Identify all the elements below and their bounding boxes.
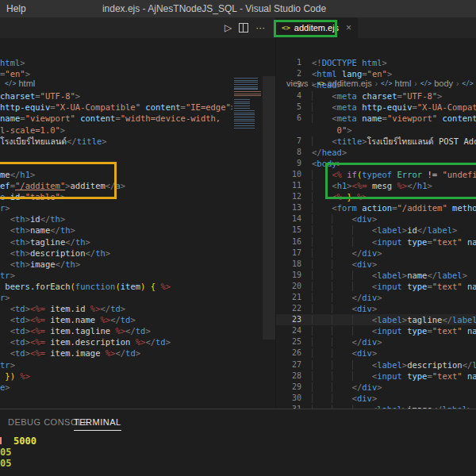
split-editor-glyph <box>243 24 244 32</box>
minimap-block <box>234 91 261 98</box>
editor-pane-left[interactable]: </> html html>="en">charset="UTF-8">http… <box>0 38 275 409</box>
scrollbar[interactable] <box>263 76 275 340</box>
code-line[interactable]: e> <box>0 382 275 393</box>
title-bar: Help index.ejs - AjNesTNodeJS_SQL - Visu… <box>0 0 476 17</box>
line-number: 16 <box>276 236 309 248</box>
line-number: 7 <box>276 136 309 147</box>
minimap-block <box>234 78 258 90</box>
line-number: 22 <box>276 303 309 314</box>
code-line[interactable]: 20 <input type="text" name <box>276 281 476 292</box>
minimap-block <box>234 99 250 109</box>
code-line[interactable]: 11 <h1><%= mesg %></h1> <box>276 180 476 191</box>
bottom-panel: DEBUG CONSOLE TERMINAL <box>0 409 476 476</box>
line-number: 19 <box>276 270 309 281</box>
code-line[interactable]: 1<!DOCTYPE html> <box>276 57 476 68</box>
code-line[interactable]: }) %> <box>0 370 275 382</box>
tab-label: additem.ejs <box>294 23 339 33</box>
code-line[interactable]: 14 <div> <box>276 213 476 225</box>
code-line[interactable]: 26 <div> <box>276 347 476 359</box>
code-line[interactable]: 30 <div> <box>276 393 476 404</box>
code-line[interactable]: 18 <div> <box>276 259 476 270</box>
line-number: 28 <box>276 370 309 382</box>
editor-actions: ▷ ··· <box>225 17 265 38</box>
code-line[interactable]: 10 <% if(typeof Error != "undefine <box>276 169 476 180</box>
code-line[interactable]: 23 <label>tagline</label> <box>276 314 476 325</box>
line-number: 12 <box>276 191 309 202</box>
line-number: 6 <box>276 113 309 124</box>
code-line[interactable]: html> <box>0 57 275 68</box>
code-line[interactable]: 24 <input type="text" name <box>276 325 476 336</box>
code-line[interactable]: 8</head> <box>276 147 476 158</box>
code-line[interactable]: 0"> <box>276 125 476 136</box>
line-number: 30 <box>276 393 309 404</box>
run-icon[interactable]: ▷ <box>225 22 232 33</box>
code-line[interactable]: 21 </div> <box>276 292 476 303</box>
line-number: 17 <box>276 248 309 259</box>
line-number <box>276 125 309 136</box>
line-number: 27 <box>276 359 309 370</box>
line-number: 9 <box>276 158 309 169</box>
line-number: 8 <box>276 147 309 158</box>
line-number: 15 <box>276 225 309 236</box>
code-line[interactable]: tr> <box>0 359 275 370</box>
code-area-right[interactable]: 1<!DOCTYPE html>2<html lang="en">3<head>… <box>276 52 476 409</box>
terminal-line: 5000 <box>13 436 36 447</box>
line-number: 29 <box>276 382 309 393</box>
line-number: 14 <box>276 213 309 225</box>
code-line[interactable]: 12 <% } %> <box>276 191 476 202</box>
code-line[interactable]: 4 <meta charset="UTF-8"> <box>276 90 476 102</box>
code-line[interactable]: 2<html lang="en"> <box>276 68 476 79</box>
line-number: 25 <box>276 336 309 347</box>
tab-terminal[interactable]: TERMINAL <box>74 417 121 431</box>
line-number: 11 <box>276 180 309 191</box>
line-number: 21 <box>276 292 309 303</box>
code-line[interactable]: 19 <label>name</label> <box>276 270 476 281</box>
code-line[interactable]: 29 </div> <box>276 382 476 393</box>
minimap-block <box>234 110 255 129</box>
menu-help[interactable]: Help <box>6 3 26 14</box>
line-number: 23 <box>276 314 309 325</box>
terminal-line: 05 <box>0 447 11 458</box>
line-number: 26 <box>276 347 309 359</box>
code-line[interactable]: 16 <input type="text" name <box>276 236 476 248</box>
window-title: index.ejs - AjNesTNodeJS_SQL - Visual St… <box>48 3 381 14</box>
more-actions-icon[interactable]: ··· <box>255 22 265 33</box>
line-number: 1 <box>276 57 309 68</box>
split-editor-icon[interactable] <box>239 23 248 33</box>
line-number: 3 <box>276 79 309 90</box>
code-line[interactable]: 28 <input type="text" name <box>276 370 476 382</box>
code-line[interactable]: 7 <title>โรงเบียร์ไทยแลนด์ POST Add <box>276 136 476 147</box>
code-line[interactable]: 5 <meta http-equiv="X-UA-Compatib <box>276 102 476 113</box>
line-number: 18 <box>276 259 309 270</box>
line-number: 13 <box>276 202 309 213</box>
code-line[interactable]: 15 <label>id</label> <box>276 225 476 236</box>
close-tab-icon[interactable]: × <box>346 22 351 33</box>
terminal-line: 05 <box>0 458 11 469</box>
editor-pane-right[interactable]: views › <> additem.ejs › </> html › </> … <box>275 38 476 409</box>
terminal-clipped-glyph <box>0 437 2 444</box>
code-line[interactable]: 9<body> <box>276 158 476 169</box>
code-line[interactable]: 22 <div> <box>276 303 476 314</box>
code-line[interactable]: 27 <label>description</lab <box>276 359 476 370</box>
code-line[interactable]: 3<head> <box>276 79 476 90</box>
tab-bar: ▷ ··· <> additem.ejs × <box>0 17 476 38</box>
line-number: 2 <box>276 68 309 79</box>
code-line[interactable]: 6 <meta name="viewport" content=" <box>276 113 476 124</box>
line-number: 24 <box>276 325 309 336</box>
code-line[interactable]: 17 </div> <box>276 248 476 259</box>
line-number: 10 <box>276 169 309 180</box>
code-line[interactable]: 25 </div> <box>276 336 476 347</box>
line-number: 20 <box>276 281 309 292</box>
tab-additem-ejs[interactable]: <> additem.ejs × <box>275 17 358 38</box>
line-number: 5 <box>276 102 309 113</box>
ejs-file-icon: <> <box>282 24 290 32</box>
line-number: 4 <box>276 90 309 102</box>
code-line[interactable]: <td><%= item.image %></td> <box>0 347 275 359</box>
code-line[interactable]: 13 <form action="/additem" method= <box>276 202 476 213</box>
